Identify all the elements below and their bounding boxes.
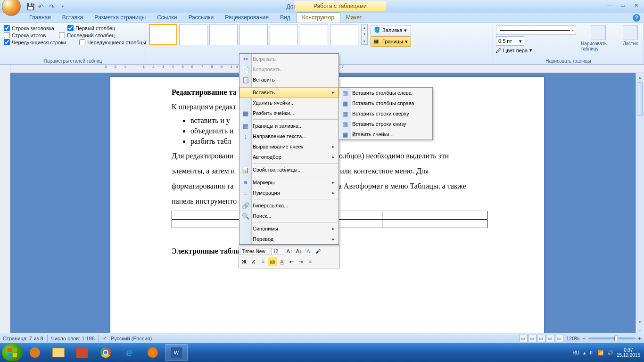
line-style-selector[interactable]: ▾ bbox=[496, 25, 576, 35]
tray-time[interactable]: 0:37 bbox=[617, 347, 640, 353]
tray-date[interactable]: 15.12.2015 bbox=[617, 353, 640, 358]
scroll-up-icon[interactable]: ▴ bbox=[636, 73, 644, 82]
font-selector[interactable]: Times New bbox=[240, 248, 270, 255]
view-draft[interactable]: ▭ bbox=[555, 335, 563, 342]
style-thumb[interactable] bbox=[300, 24, 328, 45]
taskbar-media-player[interactable] bbox=[24, 344, 46, 361]
tab-references[interactable]: Ссылки bbox=[151, 13, 182, 23]
ctx-paste[interactable]: 📋Вставить bbox=[239, 74, 339, 85]
sub-insert-cols-right[interactable]: ▦Вставить столбцы справа bbox=[339, 98, 432, 108]
chk-total-row[interactable]: Строка итогов bbox=[4, 32, 46, 38]
sub-insert-cells[interactable]: ▦Вставить ячейки... bbox=[339, 129, 432, 140]
decrease-indent-icon[interactable]: ⇤ bbox=[287, 257, 296, 266]
tab-layout[interactable]: Макет bbox=[340, 13, 368, 23]
eraser-button[interactable]: Ластик bbox=[620, 24, 641, 47]
chk-first-column[interactable]: Первый столбец bbox=[67, 25, 115, 31]
close-button[interactable]: ✕ bbox=[630, 1, 642, 9]
qat-customize-icon[interactable]: ▾ bbox=[58, 2, 67, 11]
ctx-table-properties[interactable]: 📊Свойства таблицы... bbox=[239, 165, 339, 175]
view-full-screen[interactable]: ▭ bbox=[528, 335, 537, 342]
sub-insert-rows-below[interactable]: ▦Вставить строки снизу bbox=[339, 119, 432, 129]
view-outline[interactable]: ▭ bbox=[546, 335, 554, 342]
tray-flag-icon[interactable]: 🏳 bbox=[589, 350, 594, 355]
tab-view[interactable]: Вид bbox=[274, 13, 296, 23]
style-thumb[interactable] bbox=[209, 24, 238, 45]
tray-lang[interactable]: RU bbox=[572, 350, 579, 355]
ctx-cut[interactable]: ✂Вырезать bbox=[239, 54, 339, 64]
font-size-selector[interactable]: 12 bbox=[271, 248, 284, 255]
chk-banded-rows[interactable]: Чередующиеся строки bbox=[4, 39, 66, 45]
help-icon[interactable]: ? bbox=[633, 14, 640, 22]
view-web[interactable]: ▭ bbox=[537, 335, 545, 342]
pen-color-button[interactable]: 🖊Цвет пера ▾ bbox=[496, 47, 576, 53]
zoom-in-icon[interactable]: + bbox=[638, 336, 641, 341]
tab-design[interactable]: Конструктор bbox=[296, 12, 340, 23]
table-styles-gallery[interactable]: ▴▾▾ bbox=[149, 24, 368, 45]
tab-mailings[interactable]: Рассылки bbox=[182, 13, 219, 23]
start-button[interactable] bbox=[2, 344, 23, 361]
zoom-out-icon[interactable]: − bbox=[582, 336, 585, 341]
ctx-bullets[interactable]: ≡Маркеры▸ bbox=[239, 177, 339, 188]
taskbar-ie[interactable]: e bbox=[118, 344, 140, 361]
increase-indent-icon[interactable]: ⇥ bbox=[297, 257, 305, 266]
taskbar-firefox[interactable] bbox=[141, 344, 164, 361]
tab-page-layout[interactable]: Разметка страницы bbox=[89, 13, 151, 23]
scroll-down-icon[interactable]: ▾ bbox=[636, 318, 644, 326]
shading-button[interactable]: 🪣Заливка ▾ bbox=[371, 25, 411, 35]
view-print-layout[interactable]: ▭ bbox=[519, 335, 528, 342]
italic-icon[interactable]: К bbox=[249, 257, 258, 266]
ctx-hyperlink[interactable]: 🔗Гиперссылка... bbox=[239, 200, 339, 211]
page-indicator[interactable]: Страница: 7 из 9 bbox=[3, 336, 43, 341]
maximize-button[interactable]: ▭ bbox=[617, 1, 629, 9]
ctx-text-direction[interactable]: ↕Направление текста... bbox=[239, 131, 339, 141]
grow-font-icon[interactable]: A↑ bbox=[285, 247, 294, 255]
style-thumb[interactable] bbox=[270, 24, 298, 45]
taskbar-chrome[interactable] bbox=[94, 344, 117, 361]
ctx-cell-alignment[interactable]: Выравнивание ячеек▸ bbox=[239, 141, 339, 152]
tab-insert[interactable]: Вставка bbox=[57, 13, 89, 23]
tab-review[interactable]: Рецензирование bbox=[219, 13, 274, 23]
ctx-copy[interactable]: 📄Копировать bbox=[239, 64, 339, 74]
style-thumb[interactable] bbox=[330, 24, 358, 45]
chk-banded-columns[interactable]: Чередующиеся столбцы bbox=[79, 39, 146, 45]
line-width-selector[interactable]: 0,5 пт▾ bbox=[496, 36, 524, 46]
style-thumb[interactable] bbox=[149, 24, 177, 45]
draw-table-button[interactable]: Нарисовать таблицу bbox=[578, 24, 618, 52]
borders-button[interactable]: ▦Границы ▾ bbox=[371, 36, 411, 47]
style-thumb[interactable] bbox=[239, 24, 268, 45]
tray-network-icon[interactable]: 📶 bbox=[598, 350, 603, 355]
bold-icon[interactable]: Ж bbox=[240, 257, 248, 266]
taskbar-powerpoint[interactable] bbox=[71, 344, 93, 361]
tab-home[interactable]: Главная bbox=[24, 13, 57, 23]
tray-volume-icon[interactable]: 🔊 bbox=[607, 350, 613, 355]
taskbar-word[interactable]: W bbox=[165, 344, 188, 361]
undo-icon[interactable]: ↶ bbox=[36, 2, 46, 11]
scrollbar-thumb[interactable] bbox=[637, 82, 643, 115]
minimize-button[interactable]: — bbox=[603, 1, 616, 9]
style-thumb[interactable] bbox=[179, 24, 207, 45]
styles-icon[interactable]: A bbox=[304, 247, 313, 255]
gallery-more[interactable]: ▴▾▾ bbox=[361, 24, 368, 45]
ctx-borders-shading[interactable]: ▦Границы и заливка... bbox=[239, 121, 339, 131]
zoom-level[interactable]: 120% bbox=[566, 336, 579, 341]
ctx-numbering[interactable]: ≡Нумерация▸ bbox=[239, 188, 339, 198]
format-painter-icon[interactable]: 🖌 bbox=[314, 247, 322, 255]
spell-check-icon[interactable]: ✓ bbox=[103, 335, 107, 341]
redo-icon[interactable]: ↷ bbox=[47, 2, 57, 11]
ctx-autofit[interactable]: Автоподбор▸ bbox=[239, 152, 339, 162]
ctx-delete-cells[interactable]: Удалить ячейки... bbox=[239, 98, 339, 108]
bullets-icon[interactable]: ≡ bbox=[306, 257, 314, 266]
chk-last-column[interactable]: Последний столбец bbox=[59, 32, 115, 38]
taskbar-explorer[interactable] bbox=[47, 344, 70, 361]
highlight-icon[interactable]: ab bbox=[268, 257, 277, 266]
tray-show-hidden-icon[interactable]: ▴ bbox=[583, 350, 586, 355]
ctx-lookup[interactable]: 🔍Поиск... bbox=[239, 211, 339, 221]
language-indicator[interactable]: Русский (Россия) bbox=[111, 336, 152, 341]
ctx-insert[interactable]: Вставить▸ bbox=[239, 87, 339, 98]
ctx-translate[interactable]: Перевод▸ bbox=[239, 234, 339, 244]
sub-insert-rows-above[interactable]: ▦Вставить строки сверху bbox=[339, 108, 432, 119]
zoom-slider[interactable] bbox=[588, 337, 636, 339]
shrink-font-icon[interactable]: A↓ bbox=[295, 247, 303, 255]
ctx-synonyms[interactable]: Синонимы▸ bbox=[239, 223, 339, 234]
font-color-icon[interactable]: A bbox=[278, 257, 286, 266]
